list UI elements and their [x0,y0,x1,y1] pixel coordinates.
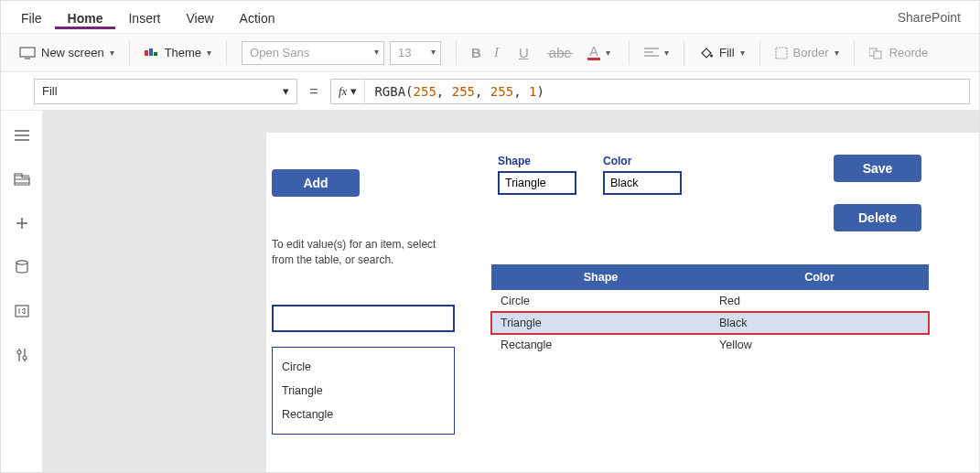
cell-shape: Circle [491,290,710,312]
fill-button[interactable]: Fill ▾ [699,46,745,60]
data-table[interactable]: Shape Color Circle Red Triangl [491,264,929,356]
formula-text[interactable]: RGBA(255, 255, 255, 1) [365,84,554,99]
ribbon-separator [129,41,130,65]
reorder-button[interactable]: Reorde [869,46,929,59]
ribbon-separator [684,41,684,65]
menu-tab-view[interactable]: View [173,5,226,29]
shapes-listbox[interactable]: Circle Triangle Rectangle [272,347,455,435]
save-button[interactable]: Save [834,155,921,182]
table-header-shape[interactable]: Shape [491,264,710,290]
delete-button[interactable]: Delete [834,204,921,231]
table-row[interactable]: Rectangle Yellow [491,334,929,356]
strikethrough-button[interactable]: abc [542,45,578,60]
svg-point-8 [710,54,713,57]
new-screen-label: New screen [41,46,104,59]
tree-view-icon[interactable] [14,171,30,188]
property-dropdown[interactable]: Fill ▾ [34,79,297,104]
theme-button[interactable]: Theme ▾ [145,46,211,59]
ribbon-separator [629,41,630,65]
add-button[interactable]: Add [272,169,360,197]
color-field-label: Color [603,155,682,167]
media-icon[interactable] [14,303,30,319]
canvas-area[interactable]: Add Shape Triangle Color Black Save Dele… [43,111,979,472]
paint-bucket-icon [699,46,714,60]
chevron-down-icon: ▾ [664,48,669,58]
chevron-down-icon: ▾ [606,48,610,58]
hint-text: To edit value(s) for an item, select fro… [272,237,455,268]
app-window: File Home Insert View Action SharePoint … [0,0,980,473]
formula-bar: Fill ▾ = fx ▾ RGBA(255, 255, 255, 1) [1,72,979,111]
list-item[interactable]: Rectangle [273,403,454,426]
svg-rect-9 [776,48,787,59]
app-canvas[interactable]: Add Shape Triangle Color Black Save Dele… [266,133,979,472]
font-size-input[interactable] [390,41,441,65]
reorder-label: Reorde [889,46,929,59]
chevron-down-icon: ▾ [350,84,357,99]
cell-color: Black [710,312,929,334]
border-label: Border [793,46,829,59]
brand-label: SharePoint [898,10,972,25]
ribbon-separator [226,41,227,65]
svg-point-17 [16,261,27,264]
ribbon-separator [759,41,760,65]
insert-icon[interactable] [14,215,30,231]
new-screen-button[interactable]: New screen ▾ [19,46,114,59]
menu-bar: File Home Insert View Action SharePoint [1,1,979,34]
data-icon[interactable] [14,259,30,275]
ribbon-separator [456,41,457,65]
svg-point-22 [23,356,27,360]
border-button[interactable]: Border ▾ [775,46,839,59]
bold-button[interactable]: B [471,45,481,60]
fx-label: fx ▾ [331,80,365,103]
svg-rect-2 [145,50,148,56]
cell-shape: Triangle [491,312,710,334]
svg-rect-3 [149,48,153,56]
font-select[interactable]: ▾ [242,41,384,65]
menu-tab-action[interactable]: Action [227,5,288,29]
chevron-down-icon: ▾ [283,84,289,98]
menu-tab-home[interactable]: Home [55,5,116,29]
table-header-color[interactable]: Color [710,264,929,290]
border-icon [775,47,788,59]
property-label: Fill [42,84,58,98]
svg-rect-0 [20,48,35,57]
font-color-button[interactable]: A ▾ [584,45,614,60]
screen-icon [19,47,36,59]
font-color-icon: A [587,45,600,60]
shape-field-input[interactable]: Triangle [498,171,576,195]
cell-color: Yellow [710,334,929,356]
chevron-down-icon: ▾ [110,48,114,58]
hamburger-icon[interactable] [14,127,30,144]
left-rail [1,111,43,472]
font-size-select[interactable]: ▾ [390,41,441,65]
italic-button[interactable]: I [487,45,506,60]
palette-icon [145,47,159,59]
shape-field-label: Shape [498,155,576,167]
ribbon-separator [854,41,855,65]
svg-rect-11 [874,51,881,59]
cell-shape: Rectangle [491,334,710,356]
chevron-down-icon: ▾ [835,48,839,58]
list-item[interactable]: Circle [273,355,454,379]
equals-label: = [305,83,323,100]
underline-button[interactable]: U [512,45,536,60]
color-field-input[interactable]: Black [603,171,682,195]
menu-tab-insert[interactable]: Insert [115,5,173,29]
main-area: Add Shape Triangle Color Black Save Dele… [1,111,979,472]
align-button[interactable]: ▾ [644,48,669,59]
theme-label: Theme [165,46,201,59]
ribbon: New screen ▾ Theme ▾ ▾ ▾ [1,34,979,72]
table-row-selected[interactable]: Triangle Black [491,312,929,334]
list-item[interactable]: Triangle [273,379,454,403]
chevron-down-icon: ▾ [740,48,745,58]
advanced-tools-icon[interactable] [14,347,30,363]
svg-rect-4 [154,52,157,56]
menu-tab-file[interactable]: File [8,5,55,29]
align-icon [644,48,659,59]
font-input[interactable] [242,41,384,65]
search-input[interactable] [272,305,455,332]
reorder-icon [869,47,884,59]
table-row[interactable]: Circle Red [491,290,929,312]
chevron-down-icon: ▾ [207,48,211,58]
formula-input[interactable]: fx ▾ RGBA(255, 255, 255, 1) [330,79,970,104]
